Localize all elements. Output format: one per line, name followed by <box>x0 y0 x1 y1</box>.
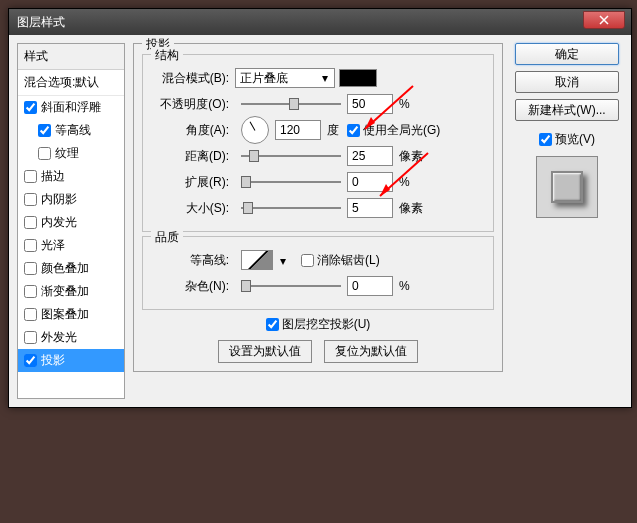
knockout-input[interactable] <box>266 318 279 331</box>
preview-checkbox[interactable]: 预览(V) <box>539 131 595 148</box>
quality-group: 品质 等高线: ▾ 消除锯齿(L) 杂色(N): <box>142 236 494 310</box>
noise-label: 杂色(N): <box>151 278 229 295</box>
ok-button[interactable]: 确定 <box>515 43 619 65</box>
antialias-input[interactable] <box>301 254 314 267</box>
distance-slider[interactable] <box>241 148 341 164</box>
shadow-color-swatch[interactable] <box>339 69 377 87</box>
opacity-unit: % <box>399 97 410 111</box>
angle-input[interactable] <box>275 120 321 140</box>
opacity-slider[interactable] <box>241 96 341 112</box>
blend-mode-value: 正片叠底 <box>240 70 288 87</box>
style-item-8[interactable]: 渐变叠加 <box>18 280 124 303</box>
style-checkbox[interactable] <box>24 239 37 252</box>
angle-unit: 度 <box>327 122 339 139</box>
opacity-input[interactable] <box>347 94 393 114</box>
blend-mode-select[interactable]: 正片叠底 ▾ <box>235 68 335 88</box>
style-item-label: 外发光 <box>41 329 77 346</box>
style-checkbox[interactable] <box>24 354 37 367</box>
contour-picker[interactable]: ▾ <box>241 250 273 270</box>
blending-options-item[interactable]: 混合选项:默认 <box>18 70 124 96</box>
close-button[interactable] <box>583 11 625 29</box>
style-item-label: 斜面和浮雕 <box>41 99 101 116</box>
preview-thumbnail <box>536 156 598 218</box>
dialog-body: 样式 混合选项:默认 斜面和浮雕等高线纹理描边内阴影内发光光泽颜色叠加渐变叠加图… <box>9 35 631 407</box>
set-default-button[interactable]: 设置为默认值 <box>218 340 312 363</box>
global-light-checkbox[interactable]: 使用全局光(G) <box>347 122 440 139</box>
size-slider[interactable] <box>241 200 341 216</box>
noise-unit: % <box>399 279 410 293</box>
style-item-label: 颜色叠加 <box>41 260 89 277</box>
style-checkbox[interactable] <box>24 193 37 206</box>
cancel-button[interactable]: 取消 <box>515 71 619 93</box>
right-button-panel: 确定 取消 新建样式(W)... 预览(V) <box>511 43 623 399</box>
layer-style-dialog: 图层样式 样式 混合选项:默认 斜面和浮雕等高线纹理描边内阴影内发光光泽颜色叠加… <box>8 8 632 408</box>
style-item-label: 描边 <box>41 168 65 185</box>
distance-label: 距离(D): <box>151 148 229 165</box>
preview-input[interactable] <box>539 133 552 146</box>
style-item-1[interactable]: 等高线 <box>18 119 124 142</box>
size-input[interactable] <box>347 198 393 218</box>
contour-label: 等高线: <box>151 252 229 269</box>
style-checkbox[interactable] <box>24 216 37 229</box>
size-label: 大小(S): <box>151 200 229 217</box>
knockout-checkbox[interactable]: 图层挖空投影(U) <box>266 316 371 333</box>
styles-list-panel: 样式 混合选项:默认 斜面和浮雕等高线纹理描边内阴影内发光光泽颜色叠加渐变叠加图… <box>17 43 125 399</box>
titlebar[interactable]: 图层样式 <box>9 9 631 35</box>
style-item-label: 内阴影 <box>41 191 77 208</box>
style-item-label: 渐变叠加 <box>41 283 89 300</box>
angle-dial[interactable] <box>241 116 269 144</box>
new-style-button[interactable]: 新建样式(W)... <box>515 99 619 121</box>
main-options-panel: 投影 结构 混合模式(B): 正片叠底 ▾ 不透明度(O): <box>133 43 503 399</box>
style-checkbox[interactable] <box>24 170 37 183</box>
preview-inner <box>551 171 583 203</box>
style-item-3[interactable]: 描边 <box>18 165 124 188</box>
reset-default-button[interactable]: 复位为默认值 <box>324 340 418 363</box>
style-item-10[interactable]: 外发光 <box>18 326 124 349</box>
global-light-input[interactable] <box>347 124 360 137</box>
quality-title: 品质 <box>151 229 183 246</box>
style-item-label: 等高线 <box>55 122 91 139</box>
spread-slider[interactable] <box>241 174 341 190</box>
antialias-checkbox[interactable]: 消除锯齿(L) <box>301 252 380 269</box>
style-item-11[interactable]: 投影 <box>18 349 124 372</box>
style-checkbox[interactable] <box>24 308 37 321</box>
style-item-label: 光泽 <box>41 237 65 254</box>
spread-input[interactable] <box>347 172 393 192</box>
style-item-label: 图案叠加 <box>41 306 89 323</box>
structure-title: 结构 <box>151 47 183 64</box>
style-checkbox[interactable] <box>38 147 51 160</box>
style-item-label: 纹理 <box>55 145 79 162</box>
close-icon <box>599 15 609 25</box>
noise-slider[interactable] <box>241 278 341 294</box>
style-item-9[interactable]: 图案叠加 <box>18 303 124 326</box>
style-item-5[interactable]: 内发光 <box>18 211 124 234</box>
spread-unit: % <box>399 175 410 189</box>
style-item-label: 内发光 <box>41 214 77 231</box>
style-checkbox[interactable] <box>38 124 51 137</box>
opacity-label: 不透明度(O): <box>151 96 229 113</box>
drop-shadow-fieldset: 投影 结构 混合模式(B): 正片叠底 ▾ 不透明度(O): <box>133 43 503 372</box>
chevron-down-icon: ▾ <box>280 254 286 268</box>
spread-label: 扩展(R): <box>151 174 229 191</box>
style-item-6[interactable]: 光泽 <box>18 234 124 257</box>
style-item-0[interactable]: 斜面和浮雕 <box>18 96 124 119</box>
style-item-7[interactable]: 颜色叠加 <box>18 257 124 280</box>
size-unit: 像素 <box>399 200 423 217</box>
style-checkbox[interactable] <box>24 262 37 275</box>
structure-group: 结构 混合模式(B): 正片叠底 ▾ 不透明度(O): % <box>142 54 494 232</box>
noise-input[interactable] <box>347 276 393 296</box>
chevron-down-icon: ▾ <box>318 71 332 85</box>
style-item-2[interactable]: 纹理 <box>18 142 124 165</box>
style-checkbox[interactable] <box>24 331 37 344</box>
styles-heading: 样式 <box>18 44 124 70</box>
distance-input[interactable] <box>347 146 393 166</box>
style-item-label: 投影 <box>41 352 65 369</box>
style-checkbox[interactable] <box>24 101 37 114</box>
distance-unit: 像素 <box>399 148 423 165</box>
style-item-4[interactable]: 内阴影 <box>18 188 124 211</box>
angle-label: 角度(A): <box>151 122 229 139</box>
blend-mode-label: 混合模式(B): <box>151 70 229 87</box>
style-checkbox[interactable] <box>24 285 37 298</box>
dialog-title: 图层样式 <box>17 14 65 31</box>
